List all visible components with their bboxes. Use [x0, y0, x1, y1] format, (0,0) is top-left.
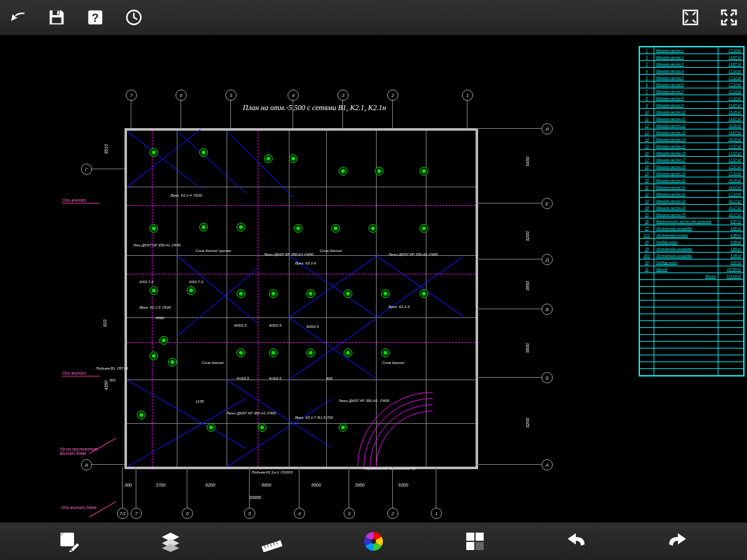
cad-label: 4×0/2.5 — [269, 376, 281, 380]
schedule-row: 3Машино-место 313,87 м² — [640, 61, 744, 68]
cad-label: Люк ДК/07 КР 350-А1 ∅400 — [133, 243, 181, 247]
svg-text:?: ? — [92, 11, 98, 24]
cad-label: Люки ДК/07 КР 350-А1 ∅400 — [227, 411, 276, 415]
axis-bubble: 2 — [387, 508, 398, 519]
help-icon: ? — [86, 8, 105, 27]
cad-label: Врез. К2.1-6 — [295, 261, 316, 265]
dimension: 300 — [125, 483, 132, 487]
ruler-icon — [261, 531, 283, 552]
schedule-row: 5Машино-место 517,10 м² — [640, 75, 744, 82]
dimension: 4350 — [104, 381, 108, 391]
dimension: 5600 — [311, 483, 321, 487]
dim-total: 30950 — [249, 495, 261, 500]
schedule-row: 29/1Лестничная площадка3,48 м² — [640, 253, 744, 259]
help-button[interactable]: ? — [85, 7, 106, 28]
cad-label: 400/2.5 — [306, 325, 319, 329]
schedule-row: 29Лестничная площадка5,84 м² — [640, 246, 744, 253]
schedule-row: 24Машино-место 2416,17 м² — [640, 205, 744, 212]
room-schedule: 1Машино-место 117,10 м²2Машино-место 213… — [639, 46, 745, 376]
schedule-row: 14Машино-место 1424,16 м² — [640, 136, 744, 143]
top-toolbar: ? — [0, 0, 747, 35]
note: Ось жилого — [62, 371, 86, 375]
views-icon — [464, 531, 486, 552]
axis-bubble: 1 — [462, 90, 473, 101]
schedule-row: 28Тамбур-шлюз5,09 м² — [640, 239, 744, 246]
svg-rect-1 — [57, 11, 59, 15]
axis-bubble: 7/1 — [117, 508, 128, 519]
schedule-row: 27/1Лестничная клетка3,48 м² — [640, 232, 744, 239]
dimension: 3950 — [355, 483, 365, 487]
floor-plan: Люк ДК/07 КР 350-А1 ∅400 Врез. К2.1-4 ∅1… — [125, 128, 478, 469]
note: Ось жилого — [62, 198, 86, 202]
cad-label: Врез. К2.1-7 Ф1-5,700 — [295, 416, 333, 419]
schedule-row: 15Машино-место 1517,57 м² — [640, 143, 744, 150]
back-button[interactable] — [7, 7, 29, 28]
fullscreen-button[interactable] — [718, 7, 740, 28]
drawing-title: План на отм.-5,500 с сетями В1, К2.1, К2… — [243, 103, 386, 113]
axis-bubble: Г — [81, 164, 92, 175]
axis-bubble: 6 — [176, 90, 187, 101]
save-button[interactable] — [46, 7, 67, 28]
fullscreen-icon — [720, 8, 738, 27]
svg-rect-2 — [52, 17, 62, 23]
redo-button[interactable] — [665, 530, 689, 553]
axis-bubble: И — [542, 123, 553, 134]
axis-bubble: 3 — [344, 508, 355, 519]
layers-icon — [160, 531, 181, 552]
dimension: 5600 — [261, 483, 271, 487]
axis-bubble: 4 — [288, 90, 299, 101]
dimension: 6200 — [525, 418, 530, 428]
schedule-row: 26Вертикальное место для хранения8,97 м² — [640, 218, 744, 225]
cad-label: Слив бетон/ — [202, 361, 224, 365]
clock-icon — [125, 8, 143, 27]
annotate-button[interactable] — [57, 530, 81, 553]
schedule-row: 30Тамбур-шлюз4,45 м² — [640, 259, 744, 266]
schedule-row: 20Машино-место 2024,16 м² — [640, 177, 744, 184]
cad-label: Люки ДК/07 КР 350-А1 ∅400 — [264, 252, 313, 256]
axis-bubble: 7 — [126, 90, 137, 101]
cad-label: Врез. К2.1-3 — [388, 305, 410, 309]
cad-label: Подъем.К2.1н-1 ∅100/0 — [251, 470, 293, 474]
color-wheel-icon — [363, 531, 384, 552]
cad-label: 400/2.5 — [269, 324, 281, 327]
schedule-row: 16Машино-место 1617,57 м² — [640, 150, 744, 157]
views-button[interactable] — [463, 530, 487, 553]
note-pencil-icon — [59, 531, 80, 552]
history-button[interactable] — [123, 7, 144, 28]
dimension: 3950 — [525, 281, 530, 291]
zoom-extents-button[interactable] — [680, 7, 701, 28]
cad-label: 400 — [326, 376, 332, 380]
bottom-toolbar — [0, 522, 747, 560]
back-arrow-icon — [9, 8, 27, 27]
schedule-row: 19Машино-место 1917,10 м² — [640, 170, 744, 177]
axis-bubble: 7 — [131, 508, 142, 519]
drawing-canvas[interactable]: План на отм.-5,500 с сетями В1, К2.1, К2… — [0, 35, 747, 523]
undo-button[interactable] — [565, 530, 588, 553]
svg-point-14 — [371, 539, 376, 544]
schedule-row: 27Лестничная площадка4,60 м² — [640, 225, 744, 232]
color-button[interactable] — [362, 530, 385, 553]
schedule-row: 25Машино-место 2516,17 м² — [640, 212, 744, 218]
cad-label: Подъем.В1 ∅57×3 — [96, 366, 128, 370]
schedule-row: 7Машино-место 717,10 м² — [640, 88, 744, 95]
cad-label: 501 — [110, 378, 116, 382]
schedule-row: 31Проезд187,83 м² — [640, 266, 744, 273]
save-icon — [47, 8, 66, 27]
layers-button[interactable] — [159, 530, 182, 553]
axis-bubble: 5 — [225, 90, 237, 101]
schedule-row: 21Машино-место 2124,92 м² — [640, 184, 744, 191]
zoom-extents-icon — [681, 8, 700, 27]
note: Ур.по.приложению жилого дома — [60, 447, 110, 455]
svg-rect-15 — [466, 533, 474, 541]
dimension: 6450 — [525, 157, 530, 167]
measure-button[interactable] — [260, 530, 284, 553]
schedule-row: 17Машино-место 1717,57 м² — [640, 157, 744, 164]
dimension: 810 — [103, 320, 107, 327]
dimension: 3700 — [156, 483, 166, 487]
schedule-row: 12Машино-место 1216,46 м² — [640, 123, 744, 129]
schedule-row: 13Машино-место 1319,87 м² — [640, 129, 744, 136]
cad-label: К600 — [156, 316, 164, 320]
axis-bubble: А — [81, 459, 92, 470]
schedule-row: 18Машино-место 1817,37 м² — [640, 164, 744, 170]
schedule-row: 11Машино-место 1114,87 м² — [640, 116, 744, 123]
